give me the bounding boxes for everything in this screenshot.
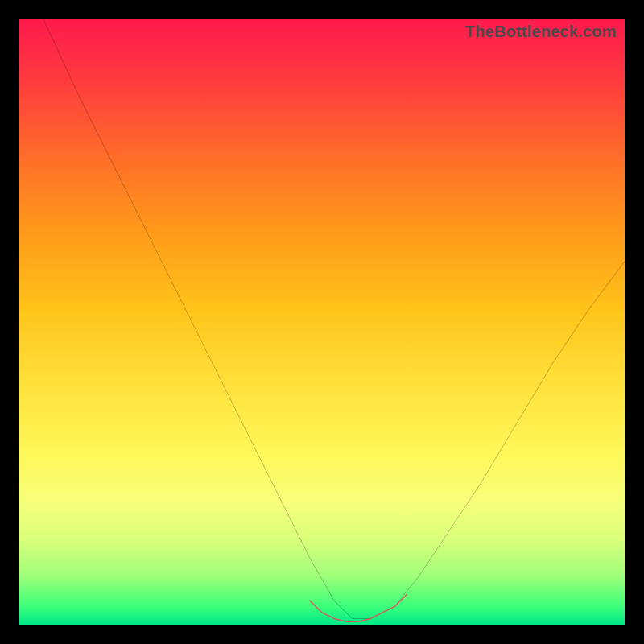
curve-line bbox=[43, 19, 625, 618]
bottom-marker-line bbox=[310, 594, 407, 621]
chart-overlay bbox=[19, 19, 625, 625]
plot-area: TheBottleneck.com bbox=[19, 19, 625, 625]
chart-frame: TheBottleneck.com bbox=[0, 0, 644, 644]
